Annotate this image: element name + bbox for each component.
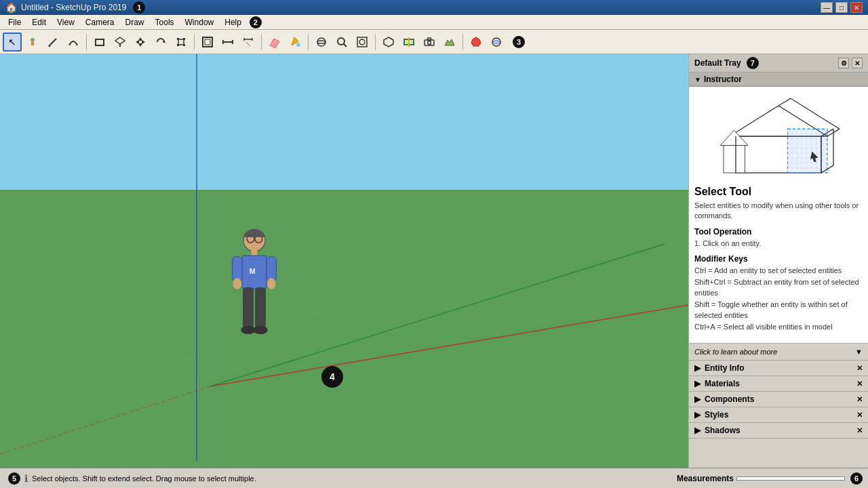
tool-tape[interactable] — [218, 33, 237, 52]
panel-item-materials[interactable]: ▶ Materials ✕ — [689, 376, 868, 392]
toolbar-sep-4 — [308, 34, 309, 50]
panel-item-styles[interactable]: ▶ Styles ✕ — [689, 407, 868, 423]
svg-line-25 — [246, 42, 250, 46]
svg-rect-12 — [178, 39, 184, 45]
svg-line-79 — [778, 98, 791, 106]
toolbar-sep-6 — [462, 34, 463, 50]
tool-description: Select entities to modify when using oth… — [694, 201, 863, 222]
tool-orbit[interactable] — [312, 33, 331, 52]
waypoint-badge: 4 — [321, 366, 343, 388]
panel-item-shadows[interactable]: ▶ Shadows ✕ — [689, 423, 868, 439]
tool-position-camera[interactable] — [420, 33, 439, 52]
toolbar-sep-2 — [194, 34, 195, 50]
main-area: M 4 Default Tray 7 ⚙ ✕ — [0, 54, 868, 468]
tool-section-plane[interactable] — [399, 33, 418, 52]
measurements-input[interactable] — [736, 476, 845, 481]
toolbar-sep-1 — [86, 34, 87, 50]
menu-camera[interactable]: Camera — [80, 16, 120, 28]
svg-rect-66 — [256, 288, 265, 328]
tool-select[interactable]: ↖ — [3, 33, 22, 52]
shadows-label: Shadows — [705, 426, 741, 435]
svg-rect-61 — [233, 257, 242, 281]
tool-scale[interactable] — [172, 33, 191, 52]
components-close[interactable]: ✕ — [856, 395, 863, 404]
status-left: 5 ℹ Select objects. Shift to extend sele… — [5, 472, 671, 485]
toolbar-badge: 3 — [513, 36, 525, 48]
tool-dimension[interactable] — [239, 33, 258, 52]
tool-offset[interactable] — [198, 33, 217, 52]
status-right: Measurements 6 — [677, 472, 863, 485]
maximize-button[interactable]: □ — [835, 2, 848, 13]
instructor-header[interactable]: ▼ Instructor — [689, 73, 868, 87]
menu-help[interactable]: Help — [219, 16, 247, 28]
tool-pushpull[interactable] — [111, 33, 130, 52]
svg-marker-5 — [115, 37, 125, 44]
menu-file[interactable]: File — [3, 16, 26, 28]
window-title: Untitled - SketchUp Pro 2019 — [21, 3, 126, 12]
svg-rect-15 — [177, 44, 179, 46]
learn-more-expand-icon: ▼ — [855, 348, 863, 356]
modifier-keys-title: Modifier Keys — [694, 254, 863, 264]
panel-item-components[interactable]: ▶ Components ✕ — [689, 392, 868, 407]
svg-rect-13 — [177, 38, 179, 40]
tool-pencil[interactable] — [43, 33, 62, 52]
svg-rect-65 — [243, 288, 253, 328]
close-button[interactable]: ✕ — [850, 2, 863, 13]
tool-rotate[interactable] — [151, 33, 170, 52]
tool-paint[interactable] — [23, 33, 42, 52]
modifier-keys-text: Ctrl = Add an entity to set of selected … — [694, 265, 863, 332]
menu-window[interactable]: Window — [180, 16, 220, 28]
styles-close[interactable]: ✕ — [856, 411, 863, 420]
svg-marker-41 — [471, 37, 481, 46]
menu-tools[interactable]: Tools — [150, 16, 180, 28]
tool-move[interactable] — [131, 33, 150, 52]
instructor-section[interactable]: Select Tool Select entities to modify wh… — [689, 87, 868, 468]
components-label: Components — [705, 394, 754, 404]
tool-ruby[interactable] — [467, 33, 486, 52]
svg-rect-14 — [183, 38, 185, 40]
tool-eraser[interactable] — [265, 33, 284, 52]
panel-item-entity-info[interactable]: ▶ Entity Info ✕ — [689, 361, 868, 376]
viewport[interactable]: M 4 — [0, 54, 688, 468]
title-bar: 🏠 Untitled - SketchUp Pro 2019 1 — □ ✕ — [0, 0, 868, 15]
svg-point-64 — [267, 278, 276, 289]
materials-close[interactable]: ✕ — [856, 380, 863, 388]
svg-marker-35 — [384, 37, 393, 47]
svg-point-0 — [31, 38, 35, 42]
svg-marker-26 — [270, 39, 279, 48]
shadows-close[interactable]: ✕ — [856, 426, 863, 435]
tool-component[interactable] — [379, 33, 398, 52]
learn-more-button[interactable]: Click to learn about more ▼ — [689, 343, 868, 361]
components-expand-icon: ▶ — [694, 394, 701, 404]
svg-rect-17 — [203, 37, 212, 47]
styles-expand-icon: ▶ — [694, 410, 701, 420]
menu-draw[interactable]: Draw — [120, 16, 150, 28]
panel-title: Default Tray — [694, 58, 741, 68]
menu-bar: File Edit View Camera Draw Tools Window … — [0, 15, 868, 30]
tool-zoom[interactable] — [332, 33, 351, 52]
svg-point-30 — [317, 41, 326, 43]
tool-operation-title: Tool Operation — [694, 227, 863, 237]
tool-arc[interactable] — [64, 33, 83, 52]
tool-rectangle[interactable] — [90, 33, 109, 52]
tool-styles[interactable] — [487, 33, 506, 52]
panel-item-materials-left: ▶ Materials — [694, 379, 740, 388]
menu-edit[interactable]: Edit — [26, 16, 52, 28]
tool-sandbox[interactable] — [440, 33, 459, 52]
entity-info-close[interactable]: ✕ — [856, 364, 863, 373]
tool-operation-text: 1. Click on an entity. — [694, 238, 863, 249]
panel-close-button[interactable]: ✕ — [852, 58, 863, 68]
svg-rect-83 — [788, 129, 827, 172]
styles-label: Styles — [705, 410, 728, 420]
minimize-button[interactable]: — — [821, 2, 833, 13]
menubar-badge: 2 — [250, 16, 262, 28]
menu-view[interactable]: View — [52, 16, 80, 28]
tool-zoom-extents[interactable] — [353, 33, 372, 52]
svg-rect-4 — [96, 39, 104, 45]
panel-settings-button[interactable]: ⚙ — [838, 58, 849, 68]
tool-paint-bucket[interactable] — [285, 33, 304, 52]
materials-expand-icon: ▶ — [694, 379, 701, 388]
tool-name: Select Tool — [694, 186, 863, 198]
instructor-label: Instructor — [704, 75, 742, 84]
panel-item-shadows-left: ▶ Shadows — [694, 426, 741, 435]
